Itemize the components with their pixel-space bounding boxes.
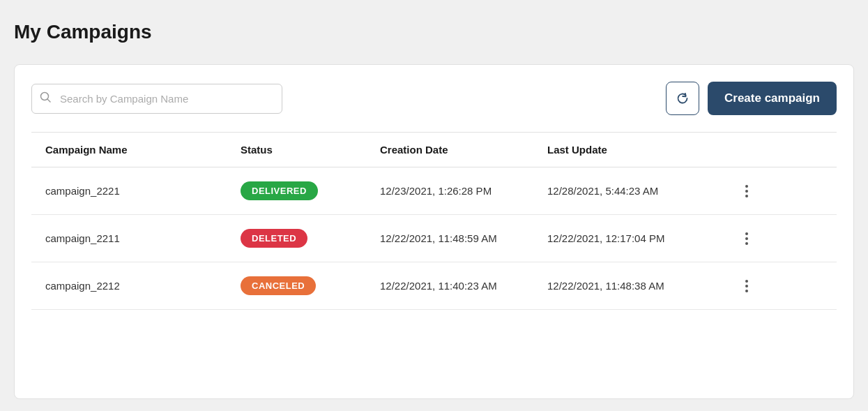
table-row: campaign_2211 DELETED 12/22/2021, 11:48:… <box>31 215 837 262</box>
col-header-status: Status <box>241 144 380 156</box>
creation-date: 12/22/2021, 11:40:23 AM <box>380 280 547 292</box>
campaign-name: campaign_2211 <box>45 232 241 244</box>
status-cell: CANCELED <box>241 276 380 295</box>
campaign-name: campaign_2212 <box>45 280 241 292</box>
table-header: Campaign Name Status Creation Date Last … <box>31 133 837 167</box>
create-campaign-button[interactable]: Create campaign <box>708 82 837 115</box>
status-badge: DELETED <box>241 229 307 248</box>
search-input[interactable] <box>31 84 282 114</box>
refresh-button[interactable] <box>666 82 699 115</box>
status-cell: DELETED <box>241 229 380 248</box>
row-menu-button[interactable] <box>743 182 784 200</box>
col-header-creation: Creation Date <box>380 144 547 156</box>
row-menu-button[interactable] <box>743 230 784 248</box>
status-badge: CANCELED <box>241 276 316 295</box>
table-row: campaign_2221 DELIVERED 12/23/2021, 1:26… <box>31 167 837 215</box>
page-title: My Campaigns <box>14 14 854 50</box>
toolbar: Create campaign <box>31 82 837 115</box>
campaigns-table: Campaign Name Status Creation Date Last … <box>31 132 837 310</box>
toolbar-actions: Create campaign <box>666 82 837 115</box>
table-row: campaign_2212 CANCELED 12/22/2021, 11:40… <box>31 262 837 310</box>
last-update: 12/28/2021, 5:44:23 AM <box>547 185 743 197</box>
creation-date: 12/23/2021, 1:26:28 PM <box>380 185 547 197</box>
row-menu-button[interactable] <box>743 277 784 295</box>
status-cell: DELIVERED <box>241 181 380 200</box>
campaign-name: campaign_2221 <box>45 185 241 197</box>
status-badge: DELIVERED <box>241 181 318 200</box>
main-card: Create campaign Campaign Name Status Cre… <box>14 64 854 399</box>
search-wrapper <box>31 84 282 114</box>
last-update: 12/22/2021, 11:48:38 AM <box>547 280 743 292</box>
last-update: 12/22/2021, 12:17:04 PM <box>547 232 743 244</box>
col-header-name: Campaign Name <box>45 144 241 156</box>
creation-date: 12/22/2021, 11:48:59 AM <box>380 232 547 244</box>
col-header-actions <box>743 144 784 156</box>
col-header-update: Last Update <box>547 144 743 156</box>
